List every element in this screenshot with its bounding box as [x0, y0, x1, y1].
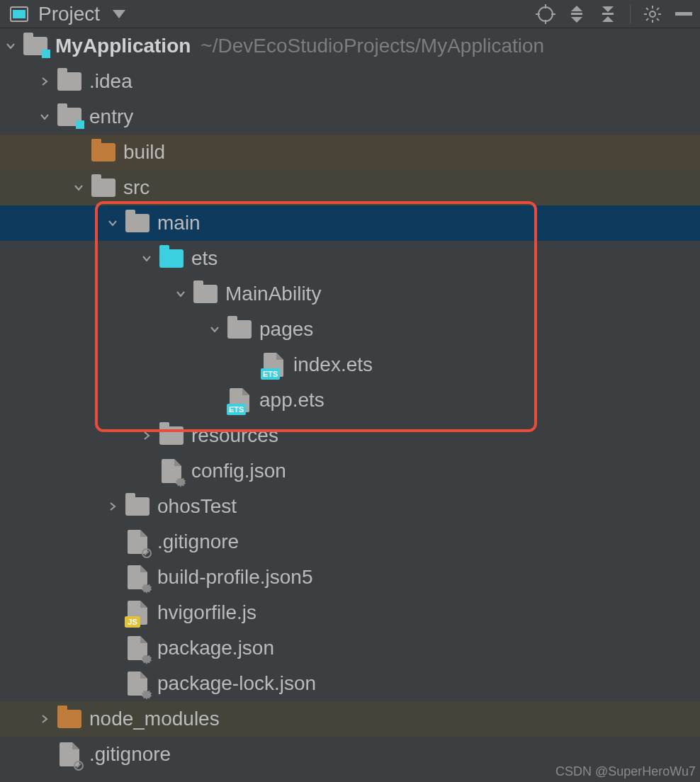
- toolbar-separator: [630, 4, 631, 24]
- tree-item-label: config.json: [191, 460, 286, 482]
- folder-blue-icon: [159, 246, 184, 271]
- file-gear-icon: [159, 458, 184, 484]
- chevron-down-icon[interactable]: [173, 286, 188, 302]
- tree-item-label: entry: [89, 106, 133, 128]
- tree-item-label: app.ets: [259, 389, 324, 412]
- arrow-placeholder: [139, 463, 154, 479]
- tree-item-ohostest[interactable]: ohosTest: [0, 489, 700, 524]
- file-ets-icon: ETS: [227, 387, 252, 413]
- root-path: ~/DevEcoStudioProjects/MyApplication: [201, 35, 544, 57]
- tree-item-label: pages: [259, 318, 313, 341]
- tree-item-label: .gitignore: [157, 531, 239, 553]
- tree-item-app-ets[interactable]: ETSapp.ets: [0, 382, 700, 418]
- chevron-right-icon[interactable]: [139, 428, 154, 443]
- tree-item-pkg[interactable]: package.json: [0, 630, 700, 666]
- tree-item-entry[interactable]: entry: [0, 99, 700, 135]
- project-window-icon: [7, 2, 31, 26]
- chevron-down-icon[interactable]: [207, 322, 222, 337]
- folder-orange-icon: [57, 706, 82, 732]
- tree-item-label: package.json: [157, 637, 274, 659]
- svg-line-21: [646, 18, 648, 21]
- svg-rect-12: [602, 13, 614, 15]
- file-forbid-icon: [57, 742, 82, 767]
- tree-item-label: build-profile.json5: [157, 566, 312, 589]
- view-dropdown-icon[interactable]: [107, 2, 131, 26]
- chevron-down-icon[interactable]: [37, 109, 52, 125]
- folder-gray-icon: [57, 69, 82, 94]
- svg-marker-13: [602, 16, 614, 22]
- tree-item-label: package-lock.json: [157, 672, 316, 695]
- tree-item-nodemods[interactable]: node_modules: [0, 701, 700, 737]
- tree-item-hvigor[interactable]: JShvigorfile.js: [0, 595, 700, 630]
- chevron-down-icon[interactable]: [3, 38, 18, 54]
- tree-item-label: index.ets: [293, 353, 373, 376]
- tree-item-ets[interactable]: ets: [0, 241, 700, 276]
- folder-module-icon: [57, 104, 82, 130]
- root-name: MyApplication: [55, 35, 191, 57]
- file-forbid-icon: [125, 529, 150, 555]
- svg-marker-2: [113, 10, 125, 18]
- arrow-placeholder: [71, 144, 86, 160]
- folder-module-icon: [23, 33, 48, 59]
- tree-item-idea[interactable]: .idea: [0, 64, 700, 99]
- tree-item-src[interactable]: src: [0, 170, 700, 205]
- arrow-placeholder: [105, 605, 120, 620]
- tree-item-label: .idea: [89, 70, 132, 93]
- svg-point-14: [650, 11, 655, 17]
- gear-icon[interactable]: [640, 2, 665, 26]
- arrow-placeholder: [207, 392, 222, 408]
- tree-item-label: ets: [191, 247, 218, 270]
- chevron-right-icon[interactable]: [37, 74, 52, 89]
- svg-rect-9: [571, 13, 582, 15]
- chevron-down-icon[interactable]: [71, 180, 86, 196]
- hide-icon[interactable]: [672, 2, 696, 26]
- tree-root[interactable]: MyApplication ~/DevEcoStudioProjects/MyA…: [0, 28, 700, 64]
- svg-rect-23: [675, 12, 692, 16]
- chevron-down-icon[interactable]: [105, 215, 120, 231]
- svg-line-22: [657, 8, 659, 10]
- svg-marker-11: [602, 6, 614, 12]
- folder-gray-icon: [125, 210, 150, 236]
- file-ets-icon: ETS: [261, 352, 286, 378]
- tree-item-buildprofile[interactable]: build-profile.json5: [0, 560, 700, 595]
- collapse-all-icon[interactable]: [596, 2, 620, 26]
- tree-item-build[interactable]: build: [0, 135, 700, 170]
- tree-item-label: main: [157, 212, 201, 234]
- arrow-placeholder: [105, 676, 120, 691]
- file-gear-icon: [125, 565, 150, 590]
- tree-item-label: build: [123, 141, 165, 164]
- tree-item-label: src: [123, 176, 149, 199]
- tree-item-label: node_modules: [89, 708, 220, 730]
- view-label[interactable]: Project: [38, 3, 100, 26]
- tree-item-label: resources: [191, 424, 278, 447]
- tree-item-pages[interactable]: pages: [0, 312, 700, 347]
- arrow-placeholder: [105, 640, 120, 656]
- expand-all-icon[interactable]: [565, 2, 589, 26]
- arrow-placeholder: [241, 357, 256, 373]
- tree-item-main[interactable]: main: [0, 205, 700, 241]
- file-gear-icon: [125, 635, 150, 661]
- tree-item-pkglock[interactable]: package-lock.json: [0, 666, 700, 701]
- chevron-right-icon[interactable]: [37, 711, 52, 727]
- folder-gray-icon: [159, 423, 184, 448]
- tree-item-label: ohosTest: [157, 495, 237, 518]
- svg-rect-1: [13, 10, 26, 18]
- tree-item-mainability[interactable]: MainAbility: [0, 276, 700, 312]
- file-gear-icon: [125, 671, 150, 696]
- chevron-right-icon[interactable]: [105, 499, 120, 514]
- svg-marker-10: [571, 17, 582, 23]
- arrow-placeholder: [105, 570, 120, 585]
- tree-item-label: MainAbility: [225, 283, 321, 305]
- locate-icon[interactable]: [534, 2, 558, 26]
- tree-item-label: hvigorfile.js: [157, 601, 256, 624]
- tree-item-resources[interactable]: resources: [0, 418, 700, 453]
- arrow-placeholder: [105, 534, 120, 550]
- tree-item-gitignore1[interactable]: .gitignore: [0, 524, 700, 560]
- chevron-down-icon[interactable]: [139, 251, 154, 266]
- svg-line-19: [646, 8, 648, 10]
- project-toolbar: Project: [0, 0, 700, 28]
- tree-item-index-ets[interactable]: ETSindex.ets: [0, 347, 700, 382]
- tree-item-gitignore2[interactable]: .gitignore: [0, 737, 700, 772]
- tree-item-config-json[interactable]: config.json: [0, 453, 700, 489]
- tree-item-label: .gitignore: [89, 743, 171, 766]
